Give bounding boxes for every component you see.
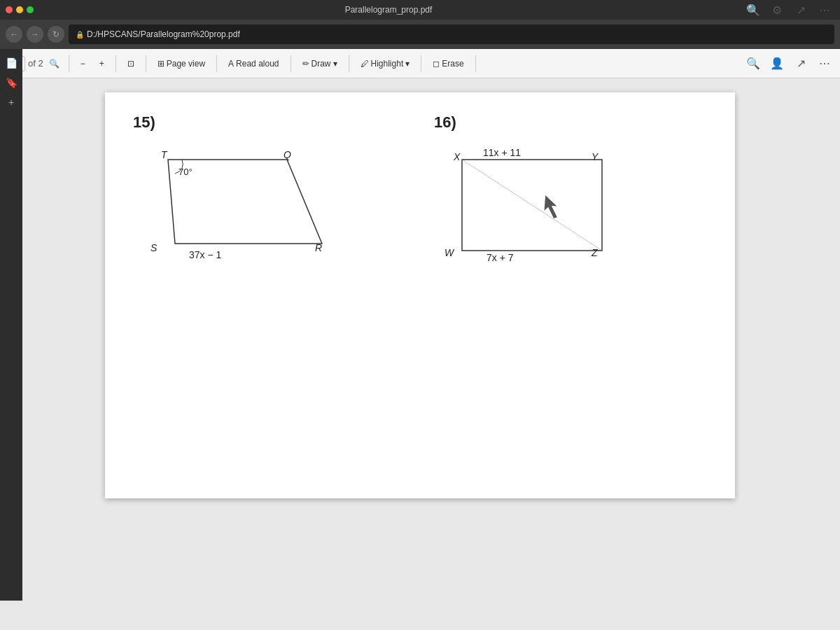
page-of-label: of 2 (28, 58, 43, 69)
sidebar-icon-1[interactable]: 📄 (3, 55, 20, 71)
problem-16-number: 16) (434, 113, 707, 132)
page-view-button[interactable]: ⊞ Page view (152, 57, 211, 71)
sidebar-icon-3[interactable]: + (3, 94, 20, 111)
highlight-button[interactable]: 🖊 Highlight ▾ (355, 57, 416, 71)
bottom-side-label: 7x + 7 (486, 252, 514, 263)
refresh-button[interactable]: ↻ (48, 26, 64, 43)
read-aloud-label: Read aloud (236, 59, 279, 69)
read-aloud-icon: A (228, 59, 234, 69)
top-side-label: 11x + 11 (483, 147, 521, 158)
highlight-icon: 🖊 (360, 59, 369, 69)
problem-15: 15) T Q R (133, 113, 420, 286)
zoom-out-button[interactable]: − (75, 57, 91, 71)
svg-rect-1 (462, 160, 602, 251)
erase-icon: ◻ (433, 59, 440, 69)
sep-5 (290, 55, 291, 72)
zoom-in-button[interactable]: + (94, 57, 110, 71)
toolbar-profile-icon[interactable]: 👤 (767, 54, 787, 74)
toolbar-share-icon[interactable]: ↗ (791, 54, 811, 74)
zoom-in-icon: + (99, 59, 104, 69)
problem-15-number: 15) (133, 113, 406, 132)
rectangle-svg (441, 146, 637, 272)
sep-8 (475, 55, 476, 72)
page-view-label: Page view (167, 59, 205, 69)
highlight-label: Highlight (371, 59, 404, 69)
search-icon-top[interactable]: 🔍 (743, 0, 763, 20)
share-icon-top[interactable]: ↗ (791, 0, 811, 20)
sep-7 (421, 55, 421, 72)
vertex-X: X (454, 151, 460, 162)
sidebar-icon-2[interactable]: 🔖 (3, 74, 20, 91)
sep-2 (115, 55, 116, 72)
vertex-Q: Q (284, 149, 291, 160)
left-sidebar: 📄 🔖 + (0, 49, 22, 601)
toolbar-more-icon[interactable]: ⋯ (815, 54, 834, 74)
highlight-chevron: ▾ (405, 59, 410, 69)
address-text: D:/HPSCANS/Parallelogram%20prop.pdf (87, 29, 240, 39)
page-view-icon: ⊞ (158, 59, 164, 69)
right-icons: 🔍 👤 ↗ ⋯ (743, 54, 834, 74)
pdf-page: 15) T Q R (0, 78, 840, 630)
pdf-content: 15) T Q R (105, 92, 735, 498)
vertex-Y: Y (592, 151, 598, 162)
problem-16: 16) X Y Z W (420, 113, 707, 286)
draw-icon: ✏ (302, 59, 309, 69)
parallelogram-figure: T Q R S 70° 37x − 1 (133, 146, 406, 286)
lock-icon: 🔒 (76, 31, 84, 38)
vertex-S: S (150, 242, 157, 253)
zoom-out-icon: − (80, 59, 85, 69)
erase-button[interactable]: ◻ Erase (427, 57, 469, 71)
parallelogram-svg (147, 146, 343, 272)
vertex-T: T (161, 149, 167, 160)
extensions-icon[interactable]: ⚙ (767, 0, 787, 20)
sep-3 (146, 55, 146, 72)
search-toolbar-btn[interactable]: 🔍 (46, 55, 63, 72)
angle-70: 70° (178, 167, 192, 177)
more-icon[interactable]: ⋯ (815, 0, 834, 20)
side-label-bottom: 37x − 1 (189, 249, 221, 260)
pdf-area: 15) T Q R (0, 78, 840, 630)
browser-chrome: Parallelogram_prop.pdf 🔍 ⚙ ↗ ⋯ ← → ↻ 🔒 D… (0, 0, 840, 49)
draw-button[interactable]: ✏ Draw ▾ (297, 57, 343, 71)
draw-chevron: ▾ (333, 59, 337, 69)
toolbar-search-icon[interactable]: 🔍 (743, 54, 763, 74)
address-bar-row: ← → ↻ 🔒 D:/HPSCANS/Parallelogram%20prop.… (0, 20, 840, 49)
sep-6 (349, 55, 349, 72)
erase-label: Erase (442, 59, 463, 69)
vertex-W: W (444, 247, 454, 258)
forward-button[interactable]: → (27, 26, 43, 43)
problems-container: 15) T Q R (133, 113, 707, 286)
toolbar: of 2 🔍 − + ⊡ ⊞ Page view A Read aloud ✏ … (0, 49, 840, 78)
draw-label: Draw (312, 59, 331, 69)
vertex-R: R (315, 242, 322, 253)
tab-title: Parallelogram_prop.pdf (39, 5, 738, 15)
read-aloud-button[interactable]: A Read aloud (223, 57, 284, 71)
sep-1 (69, 55, 69, 72)
back-button[interactable]: ← (6, 26, 22, 43)
fit-icon: ⊡ (127, 59, 134, 69)
rectangle-figure: X Y Z W 11x + 11 7x + 7 (434, 146, 707, 286)
fit-page-button[interactable]: ⊡ (122, 57, 140, 71)
vertex-Z: Z (592, 247, 598, 258)
address-bar[interactable]: 🔒 D:/HPSCANS/Parallelogram%20prop.pdf (69, 24, 834, 44)
sep-4 (216, 55, 217, 72)
title-bar: Parallelogram_prop.pdf 🔍 ⚙ ↗ ⋯ (0, 0, 840, 20)
